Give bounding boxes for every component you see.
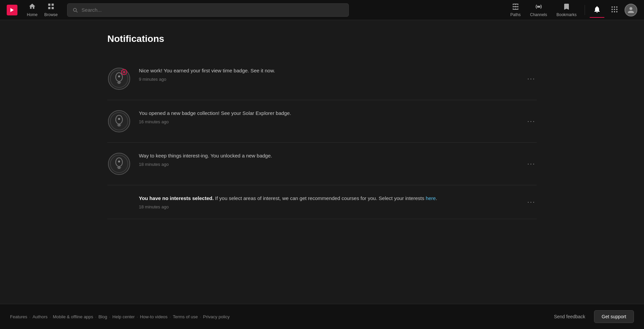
header: Home Browse Paths bbox=[0, 0, 644, 20]
bookmarks-icon bbox=[562, 3, 571, 12]
main-content: Notifications Nice work! You earned you bbox=[87, 20, 557, 304]
svg-point-5 bbox=[538, 6, 539, 7]
svg-point-13 bbox=[614, 11, 615, 12]
notification-time-4: 18 minutes ago bbox=[139, 204, 518, 209]
badge-icon-1 bbox=[107, 67, 131, 90]
nav-item-home[interactable]: Home bbox=[24, 1, 40, 18]
nav-item-browse[interactable]: Browse bbox=[42, 1, 60, 18]
notification-item: Nice work! You earned your first view ti… bbox=[107, 58, 537, 100]
divider bbox=[585, 5, 585, 15]
notification-item-4: You have no interests selected. If you s… bbox=[107, 185, 537, 219]
badge-icon-3 bbox=[107, 152, 131, 176]
footer-link-help[interactable]: Help center bbox=[112, 314, 135, 319]
search-input[interactable] bbox=[82, 7, 344, 13]
footer-sep-6: · bbox=[170, 314, 171, 319]
nav-apps[interactable] bbox=[607, 4, 622, 16]
notification-menu-4[interactable]: ··· bbox=[526, 196, 537, 208]
paths-label: Paths bbox=[511, 12, 521, 17]
apps-icon bbox=[610, 5, 619, 14]
footer-link-mobile[interactable]: Mobile & offline apps bbox=[53, 314, 93, 319]
notification-link-4[interactable]: here bbox=[426, 195, 436, 201]
notification-end-4: . bbox=[436, 195, 437, 201]
notification-bold-4: You have no interests selected. bbox=[139, 195, 214, 201]
svg-point-12 bbox=[611, 11, 613, 12]
channels-icon bbox=[535, 3, 543, 12]
svg-point-7 bbox=[614, 6, 615, 8]
notifications-icon bbox=[593, 5, 601, 14]
send-feedback-button[interactable]: Send feedback bbox=[549, 311, 590, 322]
notification-item-3: Way to keep things interest-ing. You unl… bbox=[107, 143, 537, 185]
footer-sep-7: · bbox=[200, 314, 201, 319]
svg-rect-2 bbox=[52, 4, 54, 6]
svg-point-10 bbox=[614, 9, 615, 10]
footer-link-authors[interactable]: Authors bbox=[33, 314, 48, 319]
footer-sep-4: · bbox=[109, 314, 110, 319]
browse-icon bbox=[47, 3, 55, 12]
footer-link-privacy[interactable]: Privacy policy bbox=[203, 314, 229, 319]
svg-point-23 bbox=[108, 111, 130, 132]
nav-paths[interactable]: Paths bbox=[507, 1, 524, 18]
avatar[interactable] bbox=[625, 4, 637, 16]
page-title: Notifications bbox=[107, 34, 537, 44]
footer-sep-2: · bbox=[50, 314, 51, 319]
footer-link-features[interactable]: Features bbox=[10, 314, 27, 319]
notification-menu-3[interactable]: ··· bbox=[526, 158, 537, 170]
svg-point-14 bbox=[616, 11, 618, 12]
svg-point-36 bbox=[118, 160, 120, 162]
notification-text-3: Way to keep things interest-ing. You unl… bbox=[139, 152, 518, 160]
svg-point-9 bbox=[611, 9, 613, 10]
svg-point-30 bbox=[108, 153, 130, 175]
nav-home-label: Home bbox=[27, 12, 38, 17]
logo-button[interactable] bbox=[7, 5, 17, 15]
svg-point-8 bbox=[616, 6, 618, 8]
svg-rect-3 bbox=[48, 7, 50, 9]
notification-text-4: You have no interests selected. If you s… bbox=[139, 195, 518, 202]
search-bar bbox=[67, 3, 349, 17]
notification-text-1: Nice work! You earned your first view ti… bbox=[139, 67, 518, 75]
footer: Features · Authors · Mobile & offline ap… bbox=[0, 304, 644, 329]
svg-rect-4 bbox=[52, 7, 54, 9]
badge-icon-2 bbox=[107, 110, 131, 133]
notification-body-3: Way to keep things interest-ing. You unl… bbox=[139, 152, 518, 167]
notification-body-4: You have no interests selected. If you s… bbox=[139, 195, 518, 209]
footer-links: Features · Authors · Mobile & offline ap… bbox=[10, 314, 230, 319]
notification-body-1: Nice work! You earned your first view ti… bbox=[139, 67, 518, 82]
notification-time-3: 18 minutes ago bbox=[139, 162, 518, 167]
svg-point-11 bbox=[616, 9, 618, 10]
nav-channels[interactable]: Channels bbox=[527, 1, 550, 18]
notification-menu-1[interactable]: ··· bbox=[526, 73, 537, 84]
main-nav: Home Browse bbox=[24, 1, 60, 18]
svg-marker-0 bbox=[10, 8, 14, 12]
bookmarks-label: Bookmarks bbox=[556, 12, 577, 17]
nav-notifications[interactable] bbox=[590, 4, 604, 16]
notification-time-1: 9 minutes ago bbox=[139, 77, 518, 82]
notification-time-2: 16 minutes ago bbox=[139, 119, 518, 124]
nav-bookmarks[interactable]: Bookmarks bbox=[553, 1, 580, 18]
channels-label: Channels bbox=[530, 12, 547, 17]
notification-body-2: You opened a new badge collection! See y… bbox=[139, 110, 518, 124]
home-icon bbox=[29, 3, 36, 12]
footer-actions: Send feedback Get support bbox=[549, 310, 634, 323]
nav-right: Paths Channels Bookmarks bbox=[507, 1, 637, 18]
svg-rect-1 bbox=[48, 4, 50, 6]
svg-point-21 bbox=[118, 75, 120, 77]
notification-text-2: You opened a new badge collection! See y… bbox=[139, 110, 518, 117]
footer-sep-3: · bbox=[95, 314, 97, 319]
notification-after-4: If you select areas of interest, we can … bbox=[214, 195, 426, 201]
nav-browse-label: Browse bbox=[44, 12, 58, 17]
get-support-button[interactable]: Get support bbox=[594, 310, 634, 323]
footer-link-terms[interactable]: Terms of use bbox=[173, 314, 198, 319]
notification-menu-2[interactable]: ··· bbox=[526, 116, 537, 127]
footer-link-howto[interactable]: How-to videos bbox=[140, 314, 167, 319]
paths-icon bbox=[512, 3, 520, 12]
svg-point-6 bbox=[611, 6, 613, 8]
notifications-list: Nice work! You earned your first view ti… bbox=[107, 58, 537, 219]
footer-link-blog[interactable]: Blog bbox=[98, 314, 107, 319]
notification-item-2: You opened a new badge collection! See y… bbox=[107, 100, 537, 143]
footer-sep-1: · bbox=[29, 314, 31, 319]
search-icon bbox=[72, 7, 78, 13]
svg-point-29 bbox=[118, 118, 120, 120]
footer-sep-5: · bbox=[137, 314, 138, 319]
